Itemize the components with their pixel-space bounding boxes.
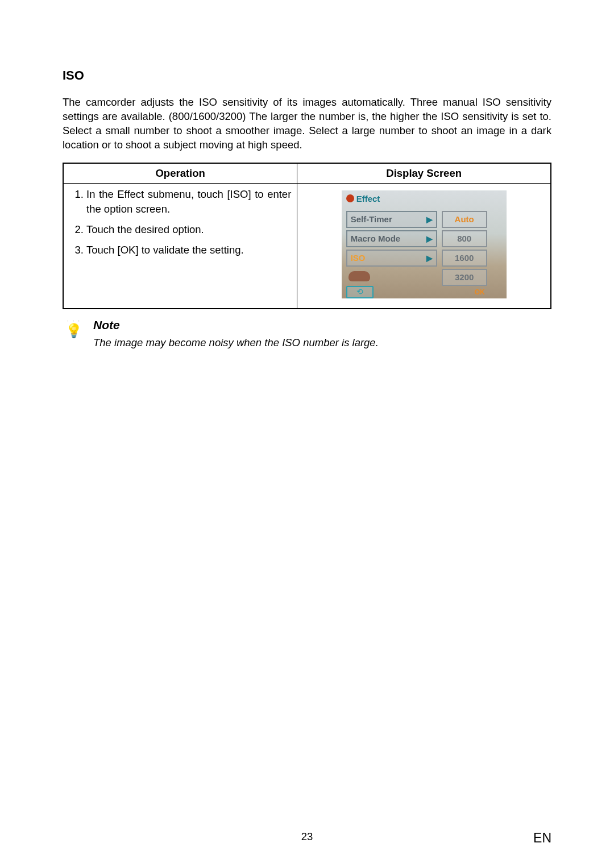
operation-cell: In the Effect submenu, touch [ISO] to en…: [63, 183, 297, 309]
operation-steps: In the Effect submenu, touch [ISO] to en…: [69, 187, 291, 258]
section-title: ISO: [63, 68, 551, 83]
lightbulb-icon: ∙ ∙ ∙💡: [63, 318, 85, 338]
menu-iso[interactable]: ISO ▶: [346, 250, 437, 267]
step-1: In the Effect submenu, touch [ISO] to en…: [86, 187, 291, 217]
step-2: Touch the desired option.: [86, 222, 291, 237]
menu-macro-mode[interactable]: Macro Mode ▶: [346, 230, 437, 247]
ok-button[interactable]: OK: [442, 288, 487, 296]
option-800[interactable]: 800: [442, 230, 487, 247]
column-header-operation: Operation: [63, 163, 297, 184]
option-auto[interactable]: Auto: [442, 211, 487, 228]
effect-title: Effect: [356, 194, 380, 203]
display-cell: Effect Self-Timer ▶ Macro Mode ▶ ISO ▶: [297, 183, 551, 309]
option-1600[interactable]: 1600: [442, 250, 487, 267]
note-block: ∙ ∙ ∙💡 Note The image may become noisy w…: [63, 318, 551, 349]
operation-table: Operation Display Screen In the Effect s…: [63, 163, 551, 309]
chevron-right-icon: ▶: [426, 254, 433, 263]
page-language: EN: [533, 830, 551, 846]
landscape-decoration-icon: [349, 271, 370, 281]
page-number: 23: [301, 830, 313, 843]
chevron-right-icon: ▶: [426, 215, 433, 224]
back-button[interactable]: ⟲: [346, 286, 374, 298]
note-heading: Note: [93, 318, 379, 332]
column-header-display: Display Screen: [297, 163, 551, 184]
note-body: The image may become noisy when the ISO …: [93, 337, 379, 349]
section-paragraph: The camcorder adjusts the ISO sensitivit…: [63, 95, 551, 152]
document-page: ISO The camcorder adjusts the ISO sensit…: [0, 0, 614, 349]
step-3: Touch [OK] to validate the setting.: [86, 243, 291, 258]
record-dot-icon: [346, 194, 354, 202]
menu-self-timer[interactable]: Self-Timer ▶: [346, 211, 437, 228]
camcorder-screenshot: Effect Self-Timer ▶ Macro Mode ▶ ISO ▶: [342, 190, 507, 298]
menu-self-timer-label: Self-Timer: [351, 214, 392, 224]
menu-iso-label: ISO: [351, 253, 366, 263]
menu-macro-mode-label: Macro Mode: [351, 234, 401, 243]
chevron-right-icon: ▶: [426, 234, 433, 243]
option-3200[interactable]: 3200: [442, 269, 487, 286]
effect-header: Effect: [346, 194, 380, 203]
